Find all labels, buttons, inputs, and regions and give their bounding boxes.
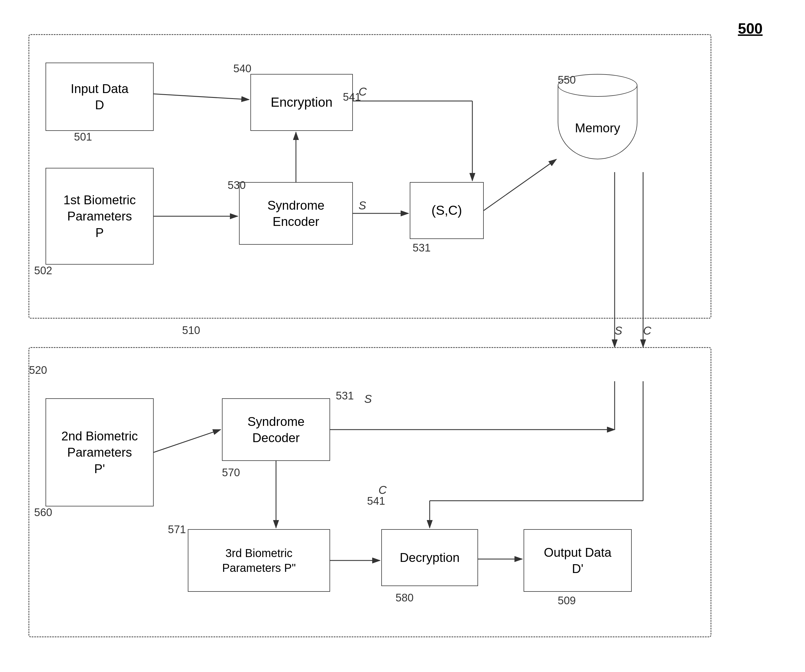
ref-540: 540 [233,62,251,75]
signal-s-right: S [614,324,622,337]
diagram-container: 500 Input Data D 501 1st Biometric Param… [17,17,785,654]
ref-541-recovery: 541 [367,495,385,507]
ref-560: 560 [34,506,52,519]
syndrome-decoder-box: Syndrome Decoder [222,398,330,461]
ref-502: 502 [34,265,52,277]
ref-509: 509 [558,595,576,607]
signal-c-right: C [643,324,651,337]
signal-c-recovery: C [378,484,387,496]
biometric2-box: 2nd Biometric Parameters P' [46,398,154,506]
memory-label: Memory [575,121,620,135]
ref-550: 550 [558,74,576,86]
encryption-box: Encryption [250,74,353,131]
signal-s-recovery: S [364,393,372,406]
output-data-box: Output Data D' [524,529,632,592]
figure-label: 500 [738,20,762,37]
ref-541-enroll: 541 [343,91,361,103]
biometric1-box: 1st Biometric Parameters P [46,168,154,265]
decryption-box: Decryption [381,529,478,586]
sc-box: (S,C) [410,182,484,239]
ref-530: 530 [228,179,246,191]
signal-s-enroll: S [358,199,366,212]
memory-shape: Memory [558,74,637,171]
syndrome-encoder-box: Syndrome Encoder [239,182,353,245]
input-data-box: Input Data D [46,62,154,131]
ref-501: 501 [74,131,92,143]
ref-520: 520 [29,364,47,376]
ref-510: 510 [182,324,200,337]
ref-531: 531 [412,242,430,254]
ref-571: 571 [168,524,186,536]
ref-531-recovery: 531 [336,390,354,402]
biometric3-box: 3rd Biometric Parameters P" [188,529,330,592]
ref-570: 570 [222,467,240,479]
ref-580: 580 [396,592,414,604]
